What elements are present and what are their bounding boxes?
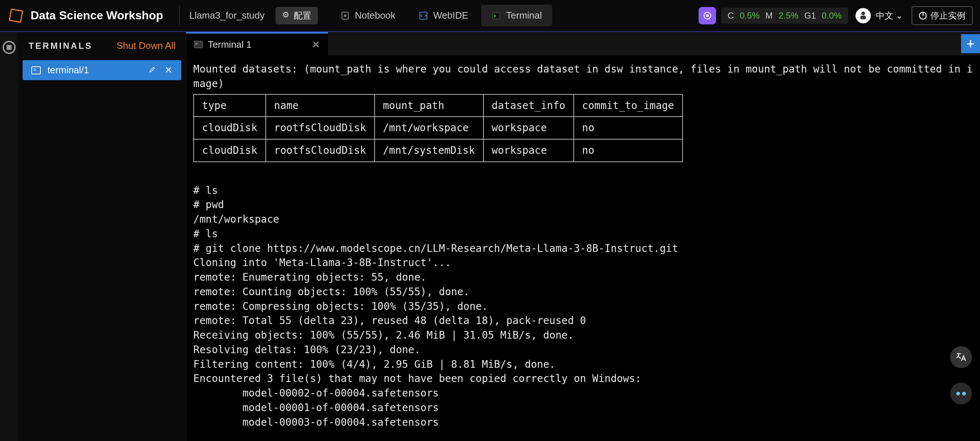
power-icon	[919, 12, 927, 20]
table-header-cell: mount_path	[375, 94, 484, 117]
terminal-line: Filtering content: 100% (4/4), 2.95 GiB …	[193, 357, 973, 372]
table-cell: cloudDisk	[194, 117, 266, 139]
terminal-line: # git clone https://www.modelscope.cn/LL…	[193, 241, 973, 256]
mem-pct: 2.5%	[779, 11, 799, 21]
close-icon[interactable]: ✕	[312, 38, 320, 51]
activity-rail	[0, 32, 18, 441]
table-row: cloudDiskrootfsCloudDisk/mnt/workspacewo…	[194, 117, 682, 139]
divider	[179, 5, 180, 26]
svg-point-1	[344, 14, 346, 17]
terminal-line: model-00002-of-00004.safetensors	[193, 386, 973, 401]
terminal-lines: # ls# pwd/mnt/workspace# ls# git clone h…	[193, 169, 973, 441]
language-label: 中文	[876, 10, 893, 21]
logo-icon	[9, 8, 23, 22]
terminal-item-label: terminal/1	[47, 64, 89, 76]
table-cell: rootfsCloudDisk	[266, 139, 375, 162]
app-title: Data Science Workshop	[29, 9, 174, 22]
svg-point-6	[861, 11, 865, 15]
mounted-datasets-text: Mounted datasets: (mount_path is where y…	[193, 62, 973, 91]
cpu-pct: 0.5%	[740, 11, 760, 21]
terminal-line: Encountered 3 file(s) that may not have …	[193, 371, 973, 386]
terminal-line: Receiving objects: 100% (55/55), 2.46 Mi…	[193, 328, 973, 343]
editor-tabstrip: Terminal 1 ✕ +	[186, 32, 980, 55]
edit-icon[interactable]	[148, 64, 156, 76]
tab-terminal[interactable]: Terminal	[481, 5, 552, 26]
table-header-cell: type	[194, 94, 266, 117]
translate-button[interactable]	[950, 346, 972, 368]
tab-notebook[interactable]: Notebook	[330, 5, 406, 26]
sidebar-terminal-item[interactable]: terminal/1 ✕	[22, 60, 181, 80]
stop-label: 停止实例	[931, 10, 966, 21]
tab-label: WebIDE	[433, 10, 468, 21]
shutdown-all-button[interactable]: Shut Down All	[116, 40, 175, 51]
tab-label: Terminal	[506, 10, 542, 21]
terminal-line: remote: Enumerating objects: 55, done.	[193, 270, 973, 284]
table-cell: rootfsCloudDisk	[266, 117, 375, 139]
terminal-line: # ls	[193, 183, 973, 198]
terminal-line	[193, 429, 973, 441]
svg-rect-3	[493, 13, 500, 19]
mem-label: M	[765, 11, 773, 21]
tab-webide[interactable]: WebIDE	[409, 5, 478, 26]
terminal-line: remote: Total 55 (delta 23), reused 48 (…	[193, 313, 973, 328]
webide-icon	[418, 11, 428, 21]
terminal-line	[193, 169, 973, 183]
project-name[interactable]: Llama3_for_study	[185, 10, 275, 21]
gpu-pct: 0.0%	[822, 11, 842, 21]
app-logo[interactable]	[4, 0, 29, 31]
gear-icon	[282, 12, 290, 20]
terminal-line: Cloning into 'Meta-Llama-3-8B-Instruct'.…	[193, 256, 973, 270]
table-header-cell: dataset_info	[484, 94, 574, 117]
language-selector[interactable]: 中文 ⌄	[876, 10, 903, 21]
assistant-float-button[interactable]	[950, 383, 972, 404]
gpu-label: G1	[804, 11, 816, 21]
terminal-line: Resolving deltas: 100% (23/23), done.	[193, 343, 973, 357]
table-cell: workspace	[484, 117, 574, 139]
svg-point-5	[706, 14, 708, 17]
assistant-badge[interactable]	[698, 7, 716, 24]
add-tab-button[interactable]: +	[961, 34, 980, 53]
svg-rect-7	[861, 16, 866, 19]
terminal-line: model-00003-of-00004.safetensors	[193, 415, 973, 430]
terminal-line: model-00001-of-00004.safetensors	[193, 401, 973, 415]
config-label: 配置	[294, 10, 311, 21]
notebook-icon	[340, 11, 350, 21]
table-cell: /mnt/systemDisk	[375, 139, 484, 162]
config-button[interactable]: 配置	[275, 7, 318, 24]
table-row: cloudDiskrootfsCloudDisk/mnt/systemDiskw…	[194, 139, 682, 162]
datasets-table: typenamemount_pathdataset_infocommit_to_…	[193, 94, 683, 162]
terminal-output[interactable]: Mounted datasets: (mount_path is where y…	[186, 55, 980, 441]
table-cell: cloudDisk	[194, 139, 266, 162]
stop-instance-button[interactable]: 停止实例	[912, 6, 973, 25]
terminal-icon	[194, 41, 203, 48]
tab-title: Terminal 1	[208, 39, 251, 50]
bot-eyes-icon	[956, 392, 966, 395]
cpu-label: C	[728, 11, 734, 21]
terminal-line: # ls	[193, 227, 973, 241]
terminal-line: /mnt/workspace	[193, 212, 973, 227]
terminal-icon	[492, 11, 501, 21]
table-cell: workspace	[484, 139, 574, 162]
terminal-line: remote: Compressing objects: 100% (35/35…	[193, 299, 973, 314]
table-header-cell: commit_to_image	[574, 94, 682, 117]
table-cell: /mnt/workspace	[375, 117, 484, 139]
sidebar-title: TERMINALS	[29, 41, 92, 51]
rail-running-icon[interactable]	[3, 41, 16, 54]
resource-stats[interactable]: C 0.5% M 2.5% G1 0.0%	[721, 8, 848, 24]
terminal-line: # pwd	[193, 198, 973, 212]
main-area: Terminal 1 ✕ + Mounted datasets: (mount_…	[186, 32, 980, 441]
terminal-icon	[31, 66, 41, 74]
terminal-line: remote: Counting objects: 100% (55/55), …	[193, 284, 973, 299]
terminals-sidebar: TERMINALS Shut Down All terminal/1 ✕	[18, 32, 186, 441]
close-icon[interactable]: ✕	[165, 64, 173, 76]
tab-label: Notebook	[355, 10, 395, 21]
terminal-tab[interactable]: Terminal 1 ✕	[186, 32, 328, 55]
table-header-cell: name	[266, 94, 375, 117]
table-cell: no	[574, 139, 682, 162]
table-cell: no	[574, 117, 682, 139]
top-bar: Data Science Workshop Llama3_for_study 配…	[0, 0, 980, 32]
user-avatar[interactable]	[856, 8, 871, 23]
chevron-down-icon: ⌄	[896, 11, 903, 21]
